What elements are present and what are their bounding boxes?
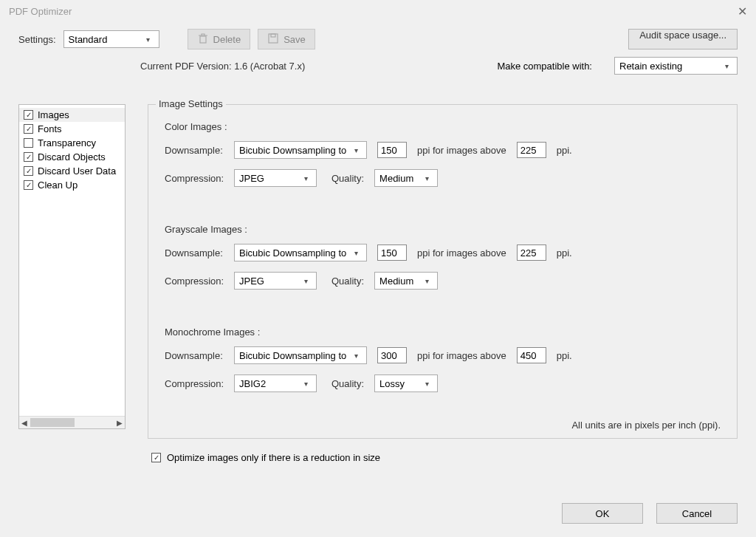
sidebar-item-images[interactable]: Images bbox=[19, 108, 125, 122]
sidebar-checkbox[interactable] bbox=[24, 152, 33, 162]
settings-label: Settings: bbox=[18, 34, 56, 45]
sidebar-checkbox[interactable] bbox=[24, 166, 33, 176]
ppi-mid-text: ppi for images above bbox=[417, 350, 506, 361]
ppi-above-input[interactable] bbox=[517, 142, 546, 158]
save-button[interactable]: Save bbox=[258, 29, 315, 49]
section-title: Grayscale Images : bbox=[165, 224, 721, 235]
quality-label: Quality: bbox=[331, 276, 364, 287]
ppi-mid-text: ppi for images above bbox=[417, 247, 506, 259]
ppi-mid-text: ppi for images above bbox=[417, 145, 506, 156]
compression-select[interactable]: JPEG▾ bbox=[234, 272, 317, 290]
sidebar-item-transparency[interactable]: Transparency bbox=[19, 136, 125, 150]
downsample-select[interactable]: Bicubic Downsampling to▾ bbox=[234, 244, 367, 261]
window-title: PDF Optimizer bbox=[9, 6, 72, 17]
svg-rect-0 bbox=[200, 36, 206, 43]
chevron-down-icon: ▾ bbox=[421, 380, 433, 388]
dialog-window: PDF Optimizer ✕ Settings: Standard ▾ Del… bbox=[0, 0, 756, 537]
downsample-label: Downsample: bbox=[165, 145, 224, 156]
save-icon bbox=[267, 33, 279, 47]
ppi-suffix: ppi. bbox=[557, 145, 572, 156]
image-section: Color Images :Downsample:Bicubic Downsam… bbox=[165, 121, 721, 216]
compression-label: Compression: bbox=[165, 378, 224, 389]
sidebar-item-discard-user-data[interactable]: Discard User Data bbox=[19, 164, 125, 178]
compression-label: Compression: bbox=[165, 173, 224, 184]
panel-title: Image Settings bbox=[156, 98, 226, 109]
sidebar-checkbox[interactable] bbox=[24, 180, 33, 190]
current-version-label: Current PDF Version: 1.6 (Acrobat 7.x) bbox=[140, 61, 305, 72]
compression-select[interactable]: JBIG2▾ bbox=[234, 374, 317, 392]
sidebar-checkbox[interactable] bbox=[24, 124, 33, 134]
units-note: All units are in pixels per inch (ppi). bbox=[571, 420, 721, 431]
quality-label: Quality: bbox=[331, 173, 364, 184]
ppi-above-input[interactable] bbox=[517, 347, 546, 363]
section-title: Color Images : bbox=[165, 121, 721, 132]
downsample-label: Downsample: bbox=[165, 247, 224, 259]
downsample-select[interactable]: Bicubic Downsampling to▾ bbox=[234, 346, 367, 364]
main-area: ImagesFontsTransparencyDiscard ObjectsDi… bbox=[0, 104, 756, 439]
compat-label: Make compatible with: bbox=[497, 61, 592, 72]
image-section: Grayscale Images :Downsample:Bicubic Dow… bbox=[165, 224, 721, 319]
sidebar-item-label: Transparency bbox=[38, 137, 96, 148]
ppi-suffix: ppi. bbox=[557, 350, 572, 361]
sidebar-item-discard-objects[interactable]: Discard Objects bbox=[19, 150, 125, 164]
compat-select[interactable]: Retain existing ▾ bbox=[614, 57, 738, 75]
optimize-row: Optimize images only if there is a reduc… bbox=[151, 452, 756, 463]
settings-value: Standard bbox=[69, 34, 108, 45]
audit-space-button[interactable]: Audit space usage... bbox=[628, 29, 738, 49]
settings-row: Settings: Standard ▾ Delete Save Audit s… bbox=[0, 23, 756, 52]
compression-select[interactable]: JPEG▾ bbox=[234, 169, 317, 187]
svg-rect-1 bbox=[269, 34, 278, 43]
settings-select[interactable]: Standard ▾ bbox=[63, 30, 159, 48]
delete-button[interactable]: Delete bbox=[188, 29, 251, 49]
bottom-buttons: OK Cancel bbox=[562, 503, 738, 524]
chevron-down-icon: ▾ bbox=[421, 174, 433, 182]
ppi-above-input[interactable] bbox=[517, 244, 546, 261]
titlebar: PDF Optimizer ✕ bbox=[0, 0, 756, 23]
info-row: Current PDF Version: 1.6 (Acrobat 7.x) M… bbox=[0, 52, 756, 83]
quality-select[interactable]: Medium▾ bbox=[374, 169, 438, 187]
ok-button[interactable]: OK bbox=[562, 503, 643, 524]
sidebar-scrollbar[interactable]: ◀ ▶ bbox=[19, 416, 125, 428]
chevron-down-icon: ▾ bbox=[721, 62, 732, 70]
optimize-label: Optimize images only if there is a reduc… bbox=[167, 452, 380, 463]
sidebar-item-label: Fonts bbox=[38, 123, 62, 134]
ppi-suffix: ppi. bbox=[557, 247, 572, 259]
trash-icon bbox=[197, 33, 209, 47]
downsample-label: Downsample: bbox=[165, 350, 224, 361]
sidebar-item-fonts[interactable]: Fonts bbox=[19, 122, 125, 136]
chevron-down-icon: ▾ bbox=[350, 352, 362, 360]
optimize-checkbox[interactable] bbox=[151, 453, 161, 462]
chevron-down-icon: ▾ bbox=[142, 35, 154, 44]
quality-select[interactable]: Medium▾ bbox=[374, 272, 438, 290]
quality-select[interactable]: Lossy▾ bbox=[374, 374, 438, 392]
image-section: Monochrome Images :Downsample:Bicubic Do… bbox=[165, 326, 721, 392]
settings-panel: Image Settings Color Images :Downsample:… bbox=[148, 104, 738, 439]
close-icon[interactable]: ✕ bbox=[738, 4, 747, 18]
sidebar-item-label: Images bbox=[38, 109, 69, 120]
chevron-down-icon: ▾ bbox=[300, 380, 312, 388]
chevron-down-icon: ▾ bbox=[421, 277, 433, 285]
ppi-input[interactable] bbox=[377, 347, 407, 363]
chevron-down-icon: ▾ bbox=[300, 277, 312, 285]
category-sidebar: ImagesFontsTransparencyDiscard ObjectsDi… bbox=[18, 104, 126, 429]
ppi-input[interactable] bbox=[377, 244, 407, 261]
sidebar-checkbox[interactable] bbox=[24, 110, 33, 120]
compression-label: Compression: bbox=[165, 276, 224, 287]
svg-rect-2 bbox=[271, 34, 275, 37]
scroll-left-icon[interactable]: ◀ bbox=[21, 419, 27, 427]
scroll-thumb[interactable] bbox=[30, 418, 75, 427]
sidebar-item-label: Discard Objects bbox=[38, 151, 106, 163]
sidebar-checkbox[interactable] bbox=[24, 138, 33, 148]
chevron-down-icon: ▾ bbox=[300, 174, 312, 182]
chevron-down-icon: ▾ bbox=[350, 146, 362, 154]
section-title: Monochrome Images : bbox=[165, 326, 721, 338]
sidebar-item-label: Discard User Data bbox=[38, 165, 116, 177]
downsample-select[interactable]: Bicubic Downsampling to▾ bbox=[234, 141, 367, 159]
ppi-input[interactable] bbox=[377, 142, 407, 158]
scroll-right-icon[interactable]: ▶ bbox=[117, 419, 123, 427]
sidebar-item-clean-up[interactable]: Clean Up bbox=[19, 178, 125, 192]
chevron-down-icon: ▾ bbox=[350, 249, 362, 257]
cancel-button[interactable]: Cancel bbox=[656, 503, 738, 524]
sidebar-item-label: Clean Up bbox=[38, 179, 78, 191]
quality-label: Quality: bbox=[331, 378, 364, 389]
